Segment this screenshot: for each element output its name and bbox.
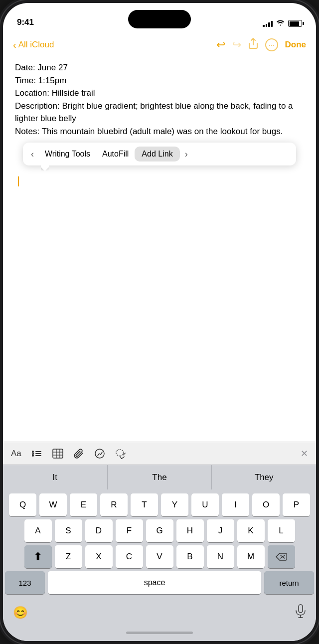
key-o[interactable]: O — [252, 493, 280, 516]
bottom-bar: 😊 — [3, 599, 316, 624]
shift-key[interactable]: ⬆ — [24, 545, 52, 568]
back-label: All iCloud — [18, 40, 54, 50]
markup-icon-button[interactable] — [94, 448, 105, 459]
note-content[interactable]: Date: June 27 Time: 1:15pm Location: Hil… — [3, 57, 316, 442]
autocomplete-it[interactable]: It — [3, 465, 108, 489]
svg-rect-6 — [53, 449, 63, 458]
key-p[interactable]: P — [283, 493, 310, 516]
battery-icon — [288, 20, 302, 27]
space-key[interactable]: space — [48, 571, 261, 594]
svg-point-12 — [116, 449, 124, 456]
home-indicator — [3, 624, 316, 641]
key-b[interactable]: B — [176, 545, 204, 568]
writing-tools-button[interactable]: Writing Tools — [39, 150, 96, 159]
key-k[interactable]: K — [237, 519, 265, 542]
format-button[interactable]: Aa — [11, 449, 21, 459]
share-button[interactable] — [248, 38, 258, 52]
add-link-button[interactable]: Add Link — [135, 147, 179, 161]
toolbar-next-button[interactable]: › — [180, 149, 193, 160]
battery-fill — [290, 21, 300, 26]
list-icon-button[interactable] — [31, 448, 42, 459]
svg-point-0 — [32, 451, 34, 453]
back-chevron-icon: ‹ — [13, 40, 16, 50]
key-l[interactable]: L — [268, 519, 295, 542]
key-s[interactable]: S — [55, 519, 82, 542]
note-line-3: Location: Hillside trail — [15, 87, 304, 100]
key-i[interactable]: I — [222, 493, 249, 516]
note-text: Date: June 27 Time: 1:15pm Location: Hil… — [15, 61, 304, 138]
key-n[interactable]: N — [207, 545, 234, 568]
key-c[interactable]: C — [116, 545, 143, 568]
status-icons — [263, 19, 302, 27]
key-z[interactable]: Z — [55, 545, 82, 568]
text-cursor — [18, 176, 19, 186]
wifi-icon — [276, 19, 285, 27]
writing-toolbar-wrapper: ‹ Writing Tools AutoFill Add Link › — [15, 143, 304, 165]
redo-button[interactable]: ↪ — [232, 38, 241, 51]
key-u[interactable]: U — [191, 493, 219, 516]
nav-bar: ‹ All iCloud ↩ ↪ ··· Done — [3, 32, 316, 57]
key-row-1: Q W E R T Y U I O P — [5, 493, 314, 516]
key-d[interactable]: D — [85, 519, 113, 542]
phone-shell: 9:41 — [0, 0, 319, 644]
table-icon-button[interactable] — [52, 448, 63, 459]
return-key[interactable]: return — [264, 571, 314, 594]
key-e[interactable]: E — [70, 493, 97, 516]
key-row-4: 123 space return — [5, 571, 314, 594]
key-y[interactable]: Y — [161, 493, 188, 516]
key-row-2: A S D F G H J K L — [5, 519, 314, 542]
lasso-icon-button[interactable] — [115, 448, 126, 459]
key-w[interactable]: W — [39, 493, 67, 516]
key-h[interactable]: H — [176, 519, 204, 542]
key-m[interactable]: M — [237, 545, 265, 568]
note-line-1: Date: June 27 — [15, 61, 304, 74]
key-a[interactable]: A — [24, 519, 52, 542]
note-line-4: Description: Bright blue gradient; brigh… — [15, 100, 304, 125]
toolbar-strip: Aa — [3, 442, 316, 465]
dynamic-island — [128, 10, 191, 28]
toolbar-prev-button[interactable]: ‹ — [26, 149, 39, 160]
note-line-5: Notes: This mountain bluebird (adult mal… — [15, 125, 304, 138]
autofill-button[interactable]: AutoFill — [96, 150, 135, 159]
key-q[interactable]: Q — [9, 493, 36, 516]
svg-rect-5 — [35, 453, 41, 454]
undo-button[interactable]: ↩ — [216, 38, 225, 51]
svg-rect-1 — [35, 451, 41, 452]
writing-toolbar: ‹ Writing Tools AutoFill Add Link › — [23, 143, 296, 165]
toolbar-triangle — [41, 165, 49, 170]
key-j[interactable]: J — [207, 519, 234, 542]
attachment-icon-button[interactable] — [73, 448, 84, 459]
svg-point-2 — [32, 455, 34, 457]
svg-line-13 — [123, 453, 125, 455]
numbers-key[interactable]: 123 — [5, 571, 45, 594]
key-row-3: ⬆ Z X C V B N M — [5, 545, 314, 568]
mic-button[interactable] — [295, 604, 306, 621]
done-button[interactable]: Done — [285, 40, 307, 50]
autocomplete-they[interactable]: They — [212, 465, 316, 489]
signal-icon — [263, 20, 273, 27]
svg-rect-16 — [299, 605, 303, 613]
more-button[interactable]: ··· — [265, 38, 278, 51]
delete-key[interactable] — [268, 545, 295, 568]
back-button[interactable]: ‹ All iCloud — [13, 40, 54, 50]
toolbar-close-button[interactable]: ✕ — [301, 448, 308, 459]
key-f[interactable]: F — [116, 519, 143, 542]
emoji-button[interactable]: 😊 — [13, 606, 28, 620]
note-line-2: Time: 1:15pm — [15, 74, 304, 87]
home-bar — [126, 632, 193, 634]
svg-point-4 — [32, 453, 33, 454]
key-x[interactable]: X — [85, 545, 113, 568]
key-t[interactable]: T — [131, 493, 158, 516]
key-g[interactable]: G — [146, 519, 173, 542]
key-r[interactable]: R — [100, 493, 128, 516]
nav-actions: ↩ ↪ ··· Done — [216, 38, 307, 52]
screen: 9:41 — [3, 3, 316, 641]
key-v[interactable]: V — [146, 545, 173, 568]
keyboard: Q W E R T Y U I O P A S D F G H J K — [3, 489, 316, 599]
svg-rect-3 — [35, 455, 41, 456]
autocomplete-bar: It The They — [3, 465, 316, 489]
autocomplete-the[interactable]: The — [108, 465, 212, 489]
